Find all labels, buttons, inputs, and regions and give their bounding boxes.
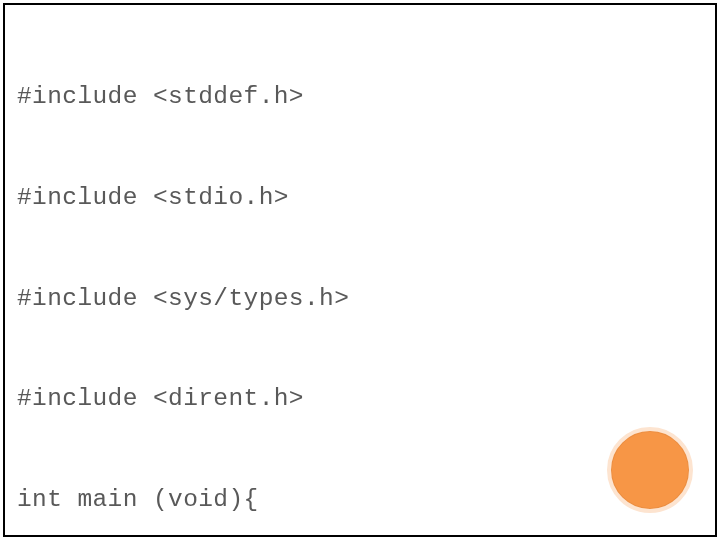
slide-frame: #include <stddef.h> #include <stdio.h> #…: [3, 3, 717, 537]
code-line: #include <dirent.h>: [17, 382, 703, 416]
code-line: int main (void){: [17, 483, 703, 517]
code-block: #include <stddef.h> #include <stdio.h> #…: [17, 13, 703, 540]
code-line: #include <stddef.h>: [17, 80, 703, 114]
code-line: #include <stdio.h>: [17, 181, 703, 215]
code-line: #include <sys/types.h>: [17, 282, 703, 316]
decorative-circle-icon: [607, 427, 693, 513]
